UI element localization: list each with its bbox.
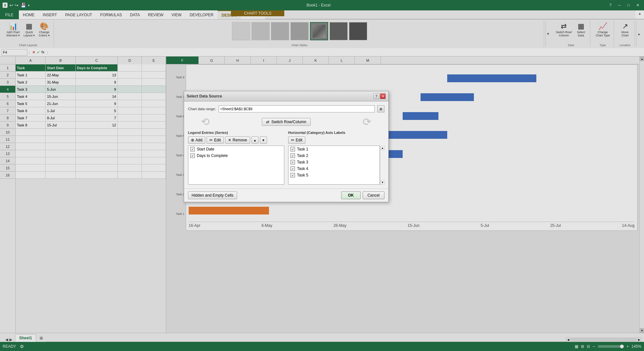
axis-list-container: ✓ Task 1 ✓ Task 2 ✓ Task 3 <box>288 146 384 185</box>
legend-title: Legend Entries (Series) <box>188 131 284 135</box>
add-icon: ⊕ <box>191 138 194 142</box>
select-data-source-dialog: Select Data Source ? ✕ Chart data range:… <box>184 91 389 202</box>
axis-item-task5[interactable]: ✓ Task 5 <box>288 172 380 178</box>
series-item-days-to-complete[interactable]: ✓ Days to Complete <box>188 152 284 159</box>
axis-item-task2[interactable]: ✓ Task 2 <box>288 152 380 159</box>
axis-check-task4[interactable]: ✓ <box>290 166 295 171</box>
edit-icon: ✏ <box>209 138 213 142</box>
hidden-empty-cells-btn[interactable]: Hidden and Empty Cells <box>188 191 237 199</box>
switch-icon: ⇄ <box>266 120 269 124</box>
data-range-label: Chart data range: <box>188 107 216 111</box>
dialog-ok-cancel: OK Cancel <box>341 191 384 199</box>
axis-check-task5[interactable]: ✓ <box>290 173 295 177</box>
axis-check-task3[interactable]: ✓ <box>290 160 295 164</box>
two-columns: Legend Entries (Series) ⊕ Add ✏ Edit <box>188 131 384 185</box>
series-list[interactable]: ✓ Start Date ✓ Days to Complete <box>188 146 284 185</box>
axis-check-task2[interactable]: ✓ <box>290 153 295 158</box>
dialog-body: Chart data range: ⊞ ⟳ ⇄ Switch Row/Colum… <box>184 101 388 188</box>
legend-buttons: ⊕ Add ✏ Edit ✕ Remove ▲ <box>188 136 284 144</box>
axis-list[interactable]: ✓ Task 1 ✓ Task 2 ✓ Task 3 <box>288 146 380 185</box>
axis-check-task1[interactable]: ✓ <box>290 147 295 151</box>
series-check-start-date[interactable]: ✓ <box>190 147 195 151</box>
switch-row-column-btn[interactable]: ⇄ Switch Row/Column <box>262 118 310 126</box>
axis-edit-icon: ✏ <box>291 138 294 142</box>
axis-edit-buttons: ✏ Edit <box>288 136 384 144</box>
axis-title: Horizontal (Category) Axis Labels <box>288 131 384 135</box>
data-range-row: Chart data range: ⊞ <box>188 105 384 112</box>
dialog-help-btn[interactable]: ? <box>373 93 379 99</box>
move-down-btn[interactable]: ▼ <box>260 136 267 144</box>
axis-scroll-up[interactable]: ▲ <box>380 146 385 150</box>
axis-edit-btn[interactable]: ✏ Edit <box>288 136 305 144</box>
arrows-row: ⟳ ⇄ Switch Row/Column ⟳ <box>188 116 384 128</box>
cancel-btn[interactable]: Cancel <box>363 191 384 199</box>
dialog-close-btn[interactable]: ✕ <box>380 93 386 99</box>
dialog-title: Select Data Source <box>187 94 222 98</box>
dialog-title-bar: Select Data Source ? ✕ <box>184 91 388 101</box>
axis-list-scrollbar[interactable]: ▲ ▼ <box>380 146 384 185</box>
axis-item-task1[interactable]: ✓ Task 1 <box>288 146 380 152</box>
dialog-overlay: Select Data Source ? ✕ Chart data range:… <box>0 0 644 351</box>
range-selector-btn[interactable]: ⊞ <box>377 105 384 112</box>
axis-item-task3[interactable]: ✓ Task 3 <box>288 159 380 165</box>
legend-remove-btn[interactable]: ✕ Remove <box>225 136 250 144</box>
left-arrow-icon: ⟳ <box>201 116 210 128</box>
series-item-start-date[interactable]: ✓ Start Date <box>188 146 284 152</box>
data-range-input[interactable] <box>219 105 375 112</box>
remove-icon: ✕ <box>228 138 231 142</box>
axis-scroll-down[interactable]: ▼ <box>380 180 385 185</box>
axis-section: Horizontal (Category) Axis Labels ✏ Edit… <box>288 131 384 185</box>
series-check-days-to-complete[interactable]: ✓ <box>190 153 195 158</box>
axis-item-task4[interactable]: ✓ Task 4 <box>288 165 380 172</box>
legend-edit-btn[interactable]: ✏ Edit <box>207 136 224 144</box>
legend-section: Legend Entries (Series) ⊕ Add ✏ Edit <box>188 131 284 185</box>
dialog-footer: Hidden and Empty Cells OK Cancel <box>184 188 388 202</box>
right-arrow-icon: ⟳ <box>363 116 371 128</box>
move-up-btn[interactable]: ▲ <box>251 136 259 144</box>
ok-btn[interactable]: OK <box>341 191 361 199</box>
legend-add-btn[interactable]: ⊕ Add <box>188 136 205 144</box>
